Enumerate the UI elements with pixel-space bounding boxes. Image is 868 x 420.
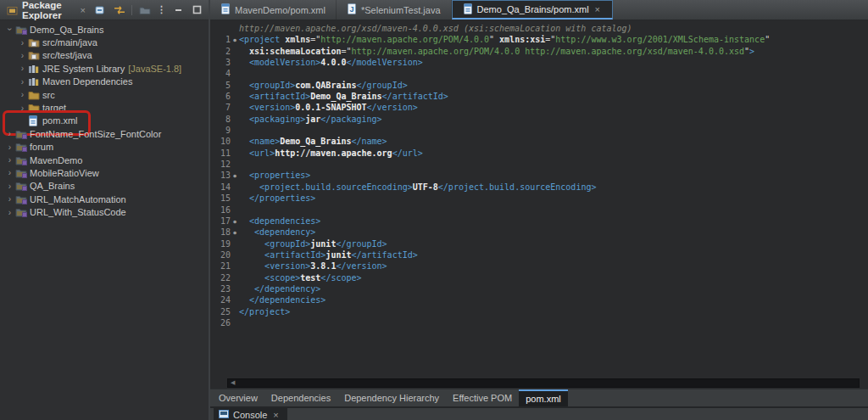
chevron-collapsed-icon[interactable]: › xyxy=(4,168,15,177)
tree-item-url-matchautomation[interactable]: ›URL_MatchAutomation xyxy=(0,193,209,205)
code-line[interactable]: 26 xyxy=(210,317,868,328)
tree-item-pom-xml[interactable]: pom.xml xyxy=(0,115,209,127)
code-line[interactable]: 5 <groupId>com.QABrains</groupId> xyxy=(210,80,868,91)
chevron-collapsed-icon[interactable]: › xyxy=(17,38,28,48)
chevron-collapsed-icon[interactable]: › xyxy=(4,182,15,191)
code-line[interactable]: 4 xyxy=(210,68,868,79)
fold-marker-icon[interactable]: ● xyxy=(231,170,239,181)
link-with-editor-icon[interactable] xyxy=(113,4,125,16)
pom-tab-overview[interactable]: Overview xyxy=(212,389,264,406)
console-icon xyxy=(219,410,229,420)
chevron-collapsed-icon[interactable]: › xyxy=(4,194,15,204)
tree-item-fontname-fontsize-fontcolor[interactable]: ›FontName_FontSize_FontColor xyxy=(0,127,209,140)
close-icon[interactable]: × xyxy=(271,410,280,420)
fold-spacer xyxy=(231,317,239,328)
code-line[interactable]: 9 xyxy=(210,125,868,136)
code-line[interactable]: 10 <name>Demo_Qa_Brains</name> xyxy=(210,136,868,147)
code-line[interactable]: 19 <groupId>junit</groupId> xyxy=(210,238,868,249)
code-line[interactable]: 20 <artifactId>junit</artifactId> xyxy=(210,249,868,260)
code-text: <artifactId>Demo_Qa_Brains</artifactId> xyxy=(239,91,448,102)
line-number: 17 xyxy=(210,216,231,227)
tree-item-mobileratioview[interactable]: ›MobileRatioView xyxy=(0,166,209,179)
maven-project-icon xyxy=(15,142,30,152)
code-line[interactable]: 6 <artifactId>Demo_Qa_Brains</artifactId… xyxy=(210,91,868,102)
tree-item-target[interactable]: ›target xyxy=(0,101,209,114)
maven-project-icon xyxy=(15,129,30,139)
code-line[interactable]: 23 </dependency> xyxy=(210,283,868,294)
pom-tab-effective-pom[interactable]: Effective POM xyxy=(446,389,519,406)
fold-spacer xyxy=(231,272,239,283)
view-menu-icon[interactable]: ⋮ xyxy=(157,4,166,15)
fold-spacer xyxy=(231,193,239,204)
chevron-collapsed-icon[interactable]: › xyxy=(4,143,15,152)
chevron-collapsed-icon[interactable]: › xyxy=(17,77,28,87)
code-editor[interactable]: http://maven.apache.org/xsd/maven-4.0.0.… xyxy=(210,20,868,378)
fold-marker-icon[interactable]: ● xyxy=(231,216,239,227)
minimize-icon[interactable] xyxy=(172,4,185,16)
code-comment-line[interactable]: http://maven.apache.org/xsd/maven-4.0.0.… xyxy=(210,23,868,34)
code-line[interactable]: 11 <url>http://maven.apache.org</url> xyxy=(210,148,868,159)
fold-spacer xyxy=(231,80,239,91)
tree-item-demo-qa-brains[interactable]: ›Demo_Qa_Brains xyxy=(0,23,209,36)
collapse-all-icon[interactable] xyxy=(94,4,107,16)
fold-spacer xyxy=(231,238,239,249)
editor-tab--seleniumtest-java[interactable]: J*SeleniumTest.java xyxy=(337,0,452,20)
chevron-collapsed-icon[interactable]: › xyxy=(17,64,28,73)
pom-tab-pom-xml[interactable]: pom.xml xyxy=(519,389,568,406)
chevron-collapsed-icon[interactable]: › xyxy=(17,51,28,60)
code-line[interactable]: 12 xyxy=(210,159,868,170)
tree-item-url-with-statuscode[interactable]: ›URL_With_StatusCode xyxy=(0,205,209,218)
code-line[interactable]: 21 <version>3.8.1</version> xyxy=(210,260,868,272)
code-line[interactable]: 8 <packaging>jar</packaging> xyxy=(210,114,868,125)
code-line[interactable]: 1●<project xmlns="http://maven.apache.or… xyxy=(210,34,868,45)
console-tab[interactable]: Console × xyxy=(214,408,287,420)
tree-item-forum[interactable]: ›forum xyxy=(0,141,209,154)
line-number: 14 xyxy=(210,182,231,193)
code-text: <version>0.0.1-SNAPSHOT</version> xyxy=(239,102,418,113)
editor-tab-demo-qa-brains-pom-xml[interactable]: Demo_Qa_Brains/pom.xml× xyxy=(452,0,614,20)
tree-item-src[interactable]: ›src xyxy=(0,88,209,101)
code-line[interactable]: 15 </properties> xyxy=(210,193,868,204)
focus-view-icon[interactable] xyxy=(138,4,151,16)
code-line[interactable]: 14 <project.build.sourceEncoding>UTF-8</… xyxy=(210,182,868,193)
code-line[interactable]: 16 xyxy=(210,204,868,216)
fold-marker-icon[interactable]: ● xyxy=(231,34,239,45)
editor-tab-mavendemo-pom-xml[interactable]: MavenDemo/pom.xml xyxy=(210,0,337,20)
tree-item-qa-brains[interactable]: ›QA_Brains xyxy=(0,180,209,193)
tree-item-src-test-java[interactable]: ›src/test/java xyxy=(0,49,209,62)
package-explorer-view-tab[interactable]: Package Explorer × xyxy=(0,0,94,20)
code-text: <dependencies> xyxy=(239,216,320,227)
close-icon[interactable]: × xyxy=(593,4,602,14)
fold-marker-icon[interactable]: ● xyxy=(231,227,239,238)
code-line[interactable]: 22 <scope>test</scope> xyxy=(210,272,868,283)
close-icon[interactable]: × xyxy=(79,5,87,15)
horizontal-scrollbar[interactable]: ◀ xyxy=(210,378,868,389)
chevron-collapsed-icon[interactable]: › xyxy=(4,208,15,217)
chevron-collapsed-icon[interactable]: › xyxy=(4,155,15,165)
tree-item-maven-dependencies[interactable]: ›Maven Dependencies xyxy=(0,76,209,88)
maximize-icon[interactable] xyxy=(191,4,203,16)
code-line[interactable]: 18● <dependency> xyxy=(210,227,868,238)
code-text: <project.build.sourceEncoding>UTF-8</pro… xyxy=(239,182,596,193)
pom-tab-dependency-hierarchy[interactable]: Dependency Hierarchy xyxy=(337,389,446,406)
code-line[interactable]: 13● <properties> xyxy=(210,170,868,181)
pom-tab-dependencies[interactable]: Dependencies xyxy=(264,389,337,406)
code-line[interactable]: 24 </dependencies> xyxy=(210,294,868,305)
code-line[interactable]: 2 xsi:schemaLocation="http://maven.apach… xyxy=(210,46,868,57)
tree-item-src-main-java[interactable]: ›src/main/java xyxy=(0,36,209,48)
chevron-collapsed-icon[interactable]: › xyxy=(4,129,15,138)
folder-icon xyxy=(28,90,42,100)
scroll-left-icon[interactable]: ◀ xyxy=(231,379,235,386)
tree-item-jre-system-library[interactable]: ›JRE System Library[JavaSE-1.8] xyxy=(0,62,209,75)
toolbar-separator xyxy=(131,5,132,15)
chevron-collapsed-icon[interactable]: › xyxy=(17,90,28,99)
code-line[interactable]: 17● <dependencies> xyxy=(210,216,868,227)
scrollbar-track[interactable]: ◀ xyxy=(227,378,860,388)
code-line[interactable]: 3 <modelVersion>4.0.0</modelVersion> xyxy=(210,57,868,68)
chevron-collapsed-icon[interactable]: › xyxy=(17,104,28,113)
code-line[interactable]: 25</project> xyxy=(210,306,868,317)
chevron-expanded-icon[interactable]: › xyxy=(5,24,14,35)
line-number: 6 xyxy=(210,91,231,102)
code-line[interactable]: 7 <version>0.0.1-SNAPSHOT</version> xyxy=(210,102,868,113)
tree-item-mavendemo[interactable]: ›MavenDemo xyxy=(0,154,209,166)
